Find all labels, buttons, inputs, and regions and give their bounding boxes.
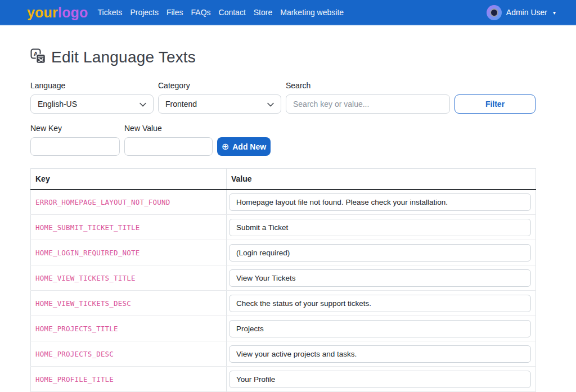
value-input[interactable] (229, 219, 531, 236)
nav-link-projects[interactable]: Projects (130, 8, 159, 17)
search-input[interactable] (286, 94, 450, 114)
category-label: Category (158, 81, 281, 90)
avatar (487, 5, 502, 20)
language-select[interactable]: English-US (30, 94, 154, 114)
search-label: Search (286, 81, 450, 90)
nav-links: Tickets Projects Files FAQs Contact Stor… (98, 8, 344, 17)
user-menu[interactable]: Admin User ▾ (487, 5, 556, 20)
top-navbar: yourlogo Tickets Projects Files FAQs Con… (0, 0, 576, 26)
column-header-key: Key (31, 169, 227, 190)
page-header: A Edit Language Texts (30, 48, 536, 66)
page-title: Edit Language Texts (51, 48, 196, 66)
table-body: ERROR_HOMEPAGE_LAYOUT_NOT_FOUND HOME_SUB… (31, 190, 536, 392)
key-cell: HOME_VIEW_TICKETS_DESC (31, 291, 227, 316)
value-cell (227, 265, 536, 291)
filter-button[interactable]: Filter (454, 94, 536, 114)
user-name: Admin User (506, 8, 547, 17)
column-header-value: Value (227, 169, 536, 190)
key-cell: ERROR_HOMEPAGE_LAYOUT_NOT_FOUND (31, 190, 227, 215)
table-header-row: Key Value (31, 169, 536, 190)
category-select-value: Frontend (165, 100, 197, 109)
chevron-down-icon: ▾ (553, 10, 556, 16)
app-logo[interactable]: yourlogo (27, 4, 88, 21)
logo-part-logo: logo (58, 4, 88, 20)
table-row: HOME_VIEW_TICKETS_TITLE (31, 265, 536, 291)
key-cell: HOME_PROFILE_TITLE (31, 367, 227, 392)
add-new-button[interactable]: ⊕Add New (217, 137, 271, 156)
language-texts-table: Key Value ERROR_HOMEPAGE_LAYOUT_NOT_FOUN… (30, 168, 536, 392)
plus-circle-icon: ⊕ (222, 142, 229, 151)
table-row: HOME_VIEW_TICKETS_DESC (31, 291, 536, 316)
filter-bar: Language English-US Category Frontend Se… (30, 81, 536, 114)
table-row: HOME_PROJECTS_TITLE (31, 316, 536, 341)
add-new-button-label: Add New (232, 142, 266, 151)
value-cell (227, 316, 536, 341)
new-value-label: New Value (124, 124, 213, 133)
key-cell: HOME_PROJECTS_DESC (31, 341, 227, 367)
language-label: Language (30, 81, 154, 90)
key-cell: HOME_VIEW_TICKETS_TITLE (31, 265, 227, 291)
value-cell (227, 190, 536, 215)
value-input[interactable] (229, 371, 531, 388)
value-cell (227, 291, 536, 316)
language-select-value: English-US (38, 100, 77, 109)
logo-part-your: your (27, 4, 58, 20)
nav-link-contact[interactable]: Contact (219, 8, 246, 17)
value-cell (227, 240, 536, 265)
new-key-input[interactable] (30, 137, 120, 156)
table-row: HOME_LOGIN_REQUIRED_NOTE (31, 240, 536, 265)
value-input[interactable] (229, 193, 531, 211)
table-row: HOME_PROFILE_TITLE (31, 367, 536, 392)
value-input[interactable] (229, 244, 531, 262)
new-key-label: New Key (30, 124, 120, 133)
chevron-down-icon (140, 100, 146, 109)
value-input[interactable] (229, 345, 531, 363)
value-cell (227, 367, 536, 392)
nav-link-faqs[interactable]: FAQs (191, 8, 211, 17)
key-cell: HOME_SUBMIT_TICKET_TITLE (31, 215, 227, 240)
translate-icon: A (30, 48, 46, 66)
value-cell (227, 341, 536, 367)
nav-link-files[interactable]: Files (166, 8, 183, 17)
value-input[interactable] (229, 320, 531, 337)
main-content: A Edit Language Texts Language English-U… (0, 26, 536, 392)
new-value-input[interactable] (124, 137, 213, 156)
key-cell: HOME_PROJECTS_TITLE (31, 316, 227, 341)
nav-link-tickets[interactable]: Tickets (98, 8, 123, 17)
table-row: HOME_SUBMIT_TICKET_TITLE (31, 215, 536, 240)
category-select[interactable]: Frontend (158, 94, 281, 114)
value-cell (227, 215, 536, 240)
add-new-bar: New Key New Value ⊕Add New (30, 124, 536, 156)
key-cell: HOME_LOGIN_REQUIRED_NOTE (31, 240, 227, 265)
table-row: ERROR_HOMEPAGE_LAYOUT_NOT_FOUND (31, 190, 536, 215)
avatar-image (490, 8, 498, 17)
value-input[interactable] (229, 269, 531, 287)
value-input[interactable] (229, 295, 531, 312)
nav-link-store[interactable]: Store (254, 8, 272, 17)
table-row: HOME_PROJECTS_DESC (31, 341, 536, 367)
chevron-down-icon (267, 100, 274, 109)
nav-link-marketing-website[interactable]: Marketing website (280, 8, 344, 17)
